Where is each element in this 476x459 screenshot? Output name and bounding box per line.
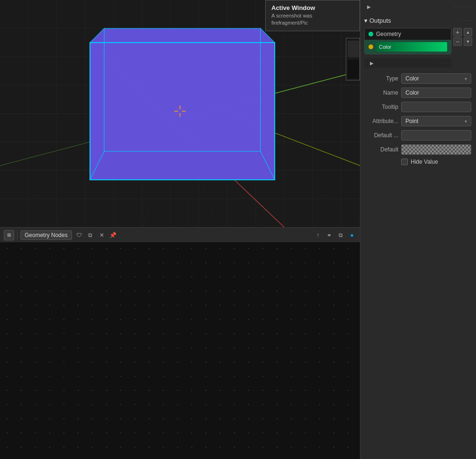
name-label: Name [365, 89, 398, 96]
attribute-dropdown-arrow: ▾ [465, 119, 467, 124]
active-window-notice: Active Window A screenshot wasfirefragme… [265, 0, 360, 31]
close-icon[interactable]: ✕ [98, 231, 106, 239]
right-panel: ▶ ···· ···· ▾ Outputs ···· ···· Geometry [360, 0, 476, 459]
pin-icon[interactable]: 📌 [109, 231, 117, 239]
hide-value-row: Hide Value [360, 157, 476, 167]
svg-rect-54 [348, 41, 359, 57]
outputs-list-wrap: Geometry Color ▶ ···· [364, 28, 451, 68]
up-arrow-icon[interactable]: ↑ [314, 231, 322, 239]
add-output-btn[interactable]: + [453, 28, 462, 36]
svg-marker-37 [90, 28, 275, 43]
move-output-up-btn[interactable]: ▲ [464, 28, 472, 36]
outputs-list: Geometry Color [364, 28, 451, 54]
geometry-nodes-tab-label[interactable]: Geometry Nodes [20, 230, 72, 240]
type-row: Type Color ▾ [360, 71, 476, 86]
output-geometry-label: Geometry [376, 31, 447, 37]
default1-value[interactable] [401, 130, 471, 141]
outputs-inner: Geometry Color ▶ ···· [364, 28, 472, 68]
name-row: Name Color [360, 86, 476, 100]
panel-top-strip: ▶ ···· ···· [360, 0, 476, 13]
name-value-text: Color [405, 89, 419, 96]
name-value[interactable]: Color [401, 88, 471, 98]
link-icon[interactable]: ⚭ [325, 231, 333, 239]
sphere-icon[interactable]: ● [348, 231, 356, 239]
thumbnail-mini [346, 38, 360, 80]
type-dropdown-arrow: ▾ [465, 76, 467, 81]
protect-icon[interactable]: 🛡 [75, 231, 83, 239]
type-value[interactable]: Color ▾ [401, 73, 471, 84]
panel-dots: ···· ···· [453, 5, 471, 9]
tooltip-value[interactable] [401, 102, 471, 112]
geometry-nodes-toolbar: ⊞ Geometry Nodes 🛡 ⧉ ✕ 📌 ↑ ⚭ ⧉ ● [0, 227, 360, 242]
attribute-row: Attribute... Point ▾ [360, 114, 476, 128]
default2-label: Default [365, 146, 398, 153]
outputs-play-btn[interactable]: ▶ [368, 59, 376, 67]
node-editor[interactable]: ▾ Group Input Geometry ▾ Group Output Ge… [0, 227, 360, 459]
outputs-section: ▾ Outputs ···· ···· Geometry [360, 13, 476, 71]
active-window-desc: A screenshot wasfirefragment/Pic [271, 12, 354, 27]
duplicate-icon[interactable]: ⧉ [86, 231, 95, 239]
attribute-value[interactable]: Point ▾ [401, 116, 471, 126]
svg-rect-55 [348, 60, 359, 79]
tooltip-row: Tooltip [360, 100, 476, 114]
outputs-title: ▾ Outputs [364, 17, 391, 24]
outputs-header: ▾ Outputs ···· ···· [364, 17, 472, 24]
outputs-title-label: Outputs [369, 17, 391, 24]
3d-viewport[interactable] [0, 0, 360, 227]
type-value-text: Color [405, 75, 419, 82]
outputs-bottom-strip: ▶ ···· [364, 58, 451, 68]
default2-row: Default [360, 142, 476, 157]
outputs-btns: + − [453, 28, 462, 46]
remove-output-btn[interactable]: − [453, 37, 462, 46]
default2-checker[interactable] [401, 144, 471, 155]
output-item-color[interactable]: Color [365, 40, 451, 54]
output-item-geometry[interactable]: Geometry [365, 28, 451, 40]
tooltip-label: Tooltip [365, 104, 398, 110]
output-socket-geometry [368, 32, 373, 36]
type-label: Type [365, 75, 398, 82]
active-window-title: Active Window [271, 4, 354, 11]
outputs-bottom-dots: ···· [440, 61, 448, 65]
hide-value-label: Hide Value [411, 159, 438, 165]
move-output-down-btn[interactable]: ▼ [464, 37, 472, 46]
attribute-label: Attribute... [365, 118, 398, 124]
outputs-arrows: ▲ ▼ [464, 28, 472, 46]
output-color-bg: Color [376, 42, 447, 52]
panel-play-btn[interactable]: ▶ [365, 3, 373, 10]
editor-type-icon[interactable]: ⊞ [4, 230, 14, 240]
outputs-dots: ···· ···· [454, 18, 472, 23]
hide-value-checkbox[interactable] [401, 159, 408, 165]
output-color-label: Color [379, 44, 391, 50]
output-socket-color [368, 44, 373, 49]
layout-icon[interactable]: ⧉ [336, 231, 345, 239]
default1-label: Default ... [365, 132, 398, 139]
attribute-value-text: Point [405, 118, 418, 124]
default1-row: Default ... [360, 128, 476, 142]
